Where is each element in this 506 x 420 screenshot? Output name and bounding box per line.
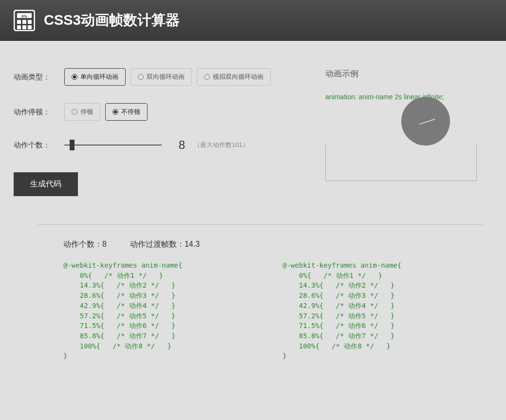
calculator-icon: 0%	[14, 10, 35, 31]
radio-dot-icon	[112, 109, 118, 115]
app-title: CSS3动画帧数计算器	[44, 11, 180, 30]
radio-label: 双向循环动画	[147, 73, 185, 81]
label-count: 动作个数：	[14, 141, 64, 150]
radio-anim-type-single[interactable]: 单向循环动画	[64, 68, 126, 86]
count-hint: （最大动作数101）	[194, 141, 249, 149]
out-count-label: 动作个数：	[63, 240, 102, 248]
svg-rect-4	[22, 20, 26, 24]
radio-anim-type-simdouble[interactable]: 模拟双向循环动画	[197, 68, 271, 86]
radio-label: 不停顿	[121, 108, 140, 116]
radio-pause-yes[interactable]: 停顿	[64, 103, 100, 121]
output-header: 动作个数：8动作过渡帧数：14.3	[63, 239, 506, 250]
radio-dot-icon	[138, 74, 144, 80]
animation-css-text: animation: anim-name 2s linear infinite;	[325, 93, 477, 101]
generate-button[interactable]: 生成代码	[14, 172, 78, 196]
preview-title: 动画示例	[325, 68, 477, 79]
svg-rect-6	[17, 25, 21, 29]
out-trans-label: 动作过渡帧数：	[130, 240, 185, 248]
radio-label: 停顿	[80, 108, 93, 116]
separator	[38, 224, 483, 225]
svg-text:0%: 0%	[21, 14, 27, 18]
label-pause: 动作停顿：	[14, 108, 64, 117]
svg-rect-8	[28, 25, 32, 29]
svg-rect-5	[28, 20, 32, 24]
app-header: 0% CSS3动画帧数计算器	[0, 0, 506, 41]
out-trans-value: 14.3	[185, 240, 200, 248]
radio-anim-type-double[interactable]: 双向循环动画	[131, 68, 192, 86]
svg-rect-3	[17, 20, 21, 24]
count-value: 8	[170, 138, 185, 152]
label-anim-type: 动画类型：	[14, 73, 64, 82]
ball-line-icon	[419, 119, 435, 125]
radio-dot-icon	[72, 109, 77, 115]
radio-label: 模拟双向循环动画	[213, 73, 263, 81]
keyframes-code-right: @-webkit-keyframes anim-name{ 0%{ /* 动作1…	[282, 260, 502, 361]
keyframes-code-left: @-webkit-keyframes anim-name{ 0%{ /* 动作1…	[63, 260, 282, 361]
count-slider[interactable]	[64, 145, 162, 146]
preview-panel: 动画示例 animation: anim-name 2s linear infi…	[325, 68, 506, 196]
radio-label: 单向循环动画	[80, 73, 118, 81]
controls-panel: 动画类型： 单向循环动画 双向循环动画 模拟双向循环动画 动作停顿： 停顿	[14, 68, 325, 196]
svg-rect-7	[22, 25, 26, 29]
output-panel: 动作个数：8动作过渡帧数：14.3 @-webkit-keyframes ani…	[0, 239, 506, 385]
radio-pause-no[interactable]: 不停顿	[105, 103, 148, 121]
out-count-value: 8	[102, 240, 107, 248]
radio-dot-icon	[204, 74, 210, 80]
animation-stage	[325, 145, 477, 181]
radio-dot-icon	[72, 74, 77, 80]
count-slider-handle[interactable]	[70, 140, 75, 150]
animation-ball-icon	[401, 97, 450, 146]
